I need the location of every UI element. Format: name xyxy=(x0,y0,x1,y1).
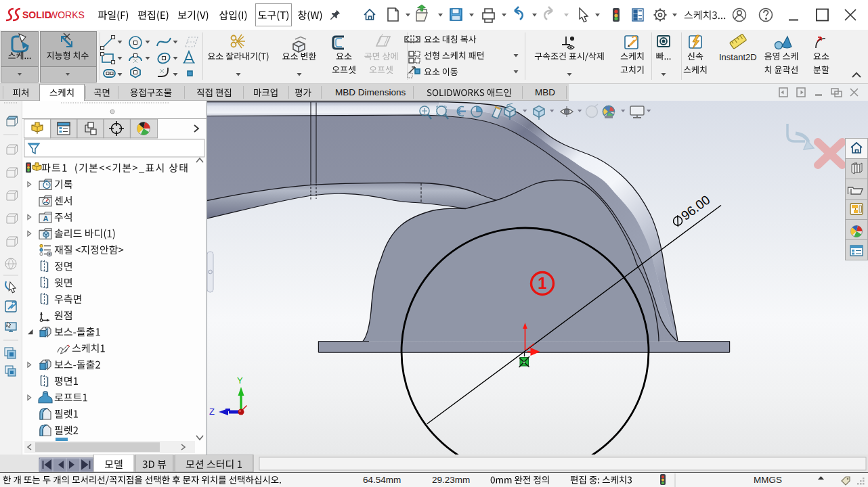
svg-text:Z: Z xyxy=(209,407,215,417)
svg-text:Y: Y xyxy=(237,375,243,386)
svg-text:SOLID: SOLID xyxy=(22,9,51,20)
svg-text:WORKS: WORKS xyxy=(49,9,85,20)
svg-text:1: 1 xyxy=(538,274,546,292)
svg-text:A: A xyxy=(43,214,49,223)
